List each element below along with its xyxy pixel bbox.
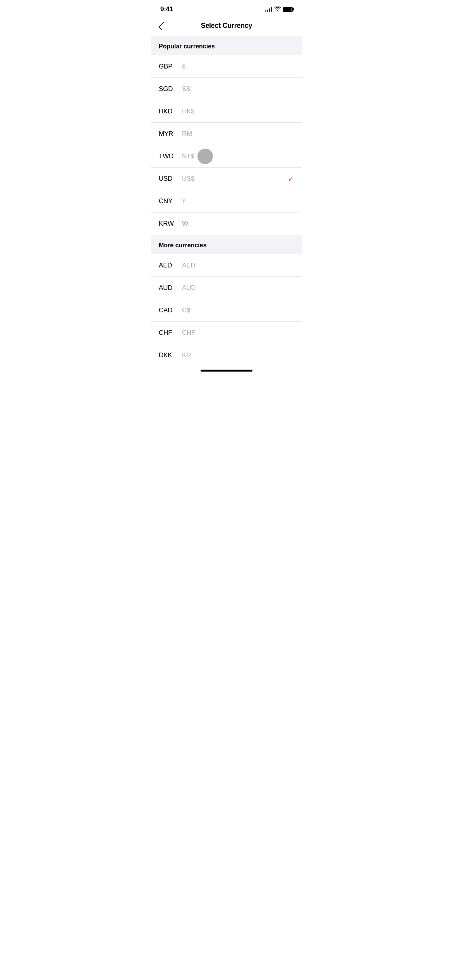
currency-item-cny[interactable]: CNY ¥ <box>151 190 302 212</box>
currency-item-aud[interactable]: AUD AUD <box>151 277 302 299</box>
currency-code-usd: USD <box>159 175 182 183</box>
currency-item-usd[interactable]: USD US$ ✓ <box>151 168 302 190</box>
battery-icon <box>283 7 293 12</box>
currency-code-sgd: SGD <box>159 85 182 93</box>
more-currencies-header: More currencies <box>151 235 302 254</box>
back-chevron-icon <box>158 21 167 30</box>
nav-header: Select Currency <box>151 17 302 36</box>
currency-item-myr[interactable]: MYR RM <box>151 123 302 145</box>
currency-item-gbp[interactable]: GBP £ <box>151 55 302 78</box>
currency-item-krw[interactable]: KRW ₩ <box>151 212 302 235</box>
currency-code-aed: AED <box>159 262 182 269</box>
currency-code-twd: TWD <box>159 152 182 160</box>
currency-code-hkd: HKD <box>159 108 182 115</box>
currency-symbol-krw: ₩ <box>182 220 189 228</box>
currency-code-gbp: GBP <box>159 63 182 70</box>
currency-symbol-dkk: KR <box>182 351 191 359</box>
currency-item-chf[interactable]: CHF CHF <box>151 322 302 344</box>
currency-item-cad[interactable]: CAD C$ <box>151 299 302 322</box>
currency-symbol-myr: RM <box>182 130 192 138</box>
currency-item-dkk[interactable]: DKK KR <box>151 344 302 367</box>
currency-item-twd[interactable]: TWD NT$ <box>151 145 302 168</box>
currency-symbol-twd: NT$ <box>182 152 194 160</box>
currency-code-krw: KRW <box>159 220 182 228</box>
currency-symbol-gbp: £ <box>182 63 185 70</box>
wifi-icon <box>275 7 281 12</box>
currency-symbol-aud: AUD <box>182 284 196 292</box>
touch-ripple <box>197 149 213 164</box>
popular-currencies-header: Popular currencies <box>151 36 302 55</box>
popular-currencies-list: GBP £ SGD S$ HKD HK$ MYR RM TWD NT$ USD … <box>151 55 302 235</box>
currency-item-sgd[interactable]: SGD S$ <box>151 78 302 100</box>
currency-item-hkd[interactable]: HKD HK$ <box>151 100 302 123</box>
currency-symbol-cny: ¥ <box>182 197 185 205</box>
currency-symbol-chf: CHF <box>182 329 195 337</box>
selected-checkmark-icon: ✓ <box>288 174 294 183</box>
home-bar <box>201 370 252 372</box>
signal-icon <box>265 7 272 12</box>
currency-code-cny: CNY <box>159 197 182 205</box>
home-indicator <box>151 367 302 374</box>
currency-code-dkk: DKK <box>159 351 182 359</box>
currency-code-aud: AUD <box>159 284 182 292</box>
currency-symbol-usd: US$ <box>182 175 194 183</box>
status-time: 9:41 <box>160 5 173 13</box>
status-icons <box>265 7 293 12</box>
currency-symbol-cad: C$ <box>182 307 190 314</box>
page-title: Select Currency <box>201 22 252 30</box>
currency-code-cad: CAD <box>159 307 182 314</box>
more-currencies-label: More currencies <box>159 242 207 248</box>
currency-symbol-sgd: S$ <box>182 85 190 93</box>
back-button[interactable] <box>159 21 166 31</box>
currency-code-myr: MYR <box>159 130 182 138</box>
currency-code-chf: CHF <box>159 329 182 337</box>
currency-item-aed[interactable]: AED AED <box>151 254 302 277</box>
status-bar: 9:41 <box>151 0 302 17</box>
more-currencies-list: AED AED AUD AUD CAD C$ CHF CHF DKK KR <box>151 254 302 367</box>
currency-symbol-hkd: HK$ <box>182 108 194 115</box>
popular-currencies-label: Popular currencies <box>159 43 215 50</box>
currency-symbol-aed: AED <box>182 262 195 269</box>
